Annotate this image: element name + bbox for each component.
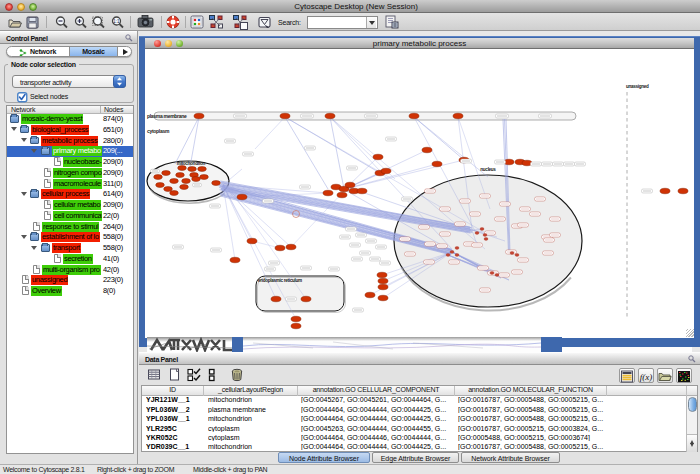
svg-text:unassigned: unassigned (626, 84, 649, 89)
svg-text:mitochondrion: mitochondrion (177, 161, 206, 166)
svg-text:nucleus: nucleus (480, 167, 496, 172)
svg-text:1:1: 1:1 (113, 19, 120, 24)
svg-text:endoplasmic reticulum: endoplasmic reticulum (258, 278, 302, 283)
svg-text:cytoplasm: cytoplasm (147, 128, 170, 134)
svg-text:f(x): f(x) (640, 372, 653, 382)
svg-text:plasma membrane: plasma membrane (147, 113, 187, 119)
